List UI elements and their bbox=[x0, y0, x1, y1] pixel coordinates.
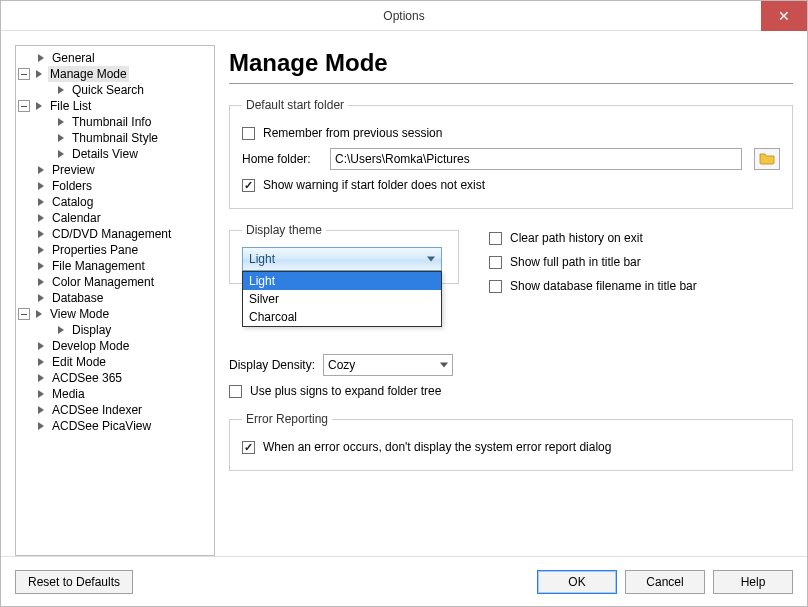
label-display-density: Display Density: bbox=[229, 358, 315, 372]
triangle-icon bbox=[38, 262, 44, 270]
group-error-reporting: Error Reporting When an error occurs, do… bbox=[229, 412, 793, 471]
label-clear-history: Clear path history on exit bbox=[510, 231, 643, 245]
triangle-icon bbox=[58, 326, 64, 334]
triangle-icon bbox=[38, 342, 44, 350]
folder-icon bbox=[759, 151, 775, 168]
tree-item-details-view[interactable]: Details View bbox=[18, 146, 212, 162]
triangle-icon bbox=[38, 246, 44, 254]
label-full-path: Show full path in title bar bbox=[510, 255, 641, 269]
option-silver[interactable]: Silver bbox=[243, 290, 441, 308]
tree-item-color-management[interactable]: Color Management bbox=[18, 274, 212, 290]
triangle-icon bbox=[38, 422, 44, 430]
tree-item-display[interactable]: Display bbox=[18, 322, 212, 338]
tree-item-acdsee-picaview[interactable]: ACDSee PicaView bbox=[18, 418, 212, 434]
options-page: Manage Mode Default start folder Remembe… bbox=[229, 45, 793, 556]
triangle-icon bbox=[38, 214, 44, 222]
collapse-icon[interactable] bbox=[18, 68, 30, 80]
tree-item-file-list[interactable]: File List bbox=[18, 98, 212, 114]
label-db-filename: Show database filename in title bar bbox=[510, 279, 697, 293]
triangle-icon bbox=[38, 390, 44, 398]
window-title: Options bbox=[383, 9, 424, 23]
group-legend: Display theme bbox=[242, 223, 326, 237]
triangle-icon bbox=[36, 310, 42, 318]
tree-item-calendar[interactable]: Calendar bbox=[18, 210, 212, 226]
tree-item-cddvd[interactable]: CD/DVD Management bbox=[18, 226, 212, 242]
checkbox-plus-signs[interactable] bbox=[229, 385, 242, 398]
triangle-icon bbox=[38, 374, 44, 382]
option-light[interactable]: Light bbox=[243, 272, 441, 290]
cancel-button[interactable]: Cancel bbox=[625, 570, 705, 594]
tree-item-acdsee365[interactable]: ACDSee 365 bbox=[18, 370, 212, 386]
help-button[interactable]: Help bbox=[713, 570, 793, 594]
title-bar: Options ✕ bbox=[1, 1, 807, 31]
tree-item-thumbnail-style[interactable]: Thumbnail Style bbox=[18, 130, 212, 146]
triangle-icon bbox=[38, 166, 44, 174]
tree-item-thumbnail-info[interactable]: Thumbnail Info bbox=[18, 114, 212, 130]
button-bar: Reset to Defaults OK Cancel Help bbox=[1, 556, 807, 606]
select-button[interactable]: Light bbox=[242, 247, 442, 271]
tree-item-properties-pane[interactable]: Properties Pane bbox=[18, 242, 212, 258]
close-icon: ✕ bbox=[778, 8, 790, 24]
tree-item-edit-mode[interactable]: Edit Mode bbox=[18, 354, 212, 370]
group-legend: Default start folder bbox=[242, 98, 348, 112]
checkbox-remember-session[interactable] bbox=[242, 127, 255, 140]
label-suppress-error: When an error occurs, don't display the … bbox=[263, 440, 611, 454]
group-legend: Error Reporting bbox=[242, 412, 332, 426]
ok-button[interactable]: OK bbox=[537, 570, 617, 594]
options-tree[interactable]: General Manage Mode Quick Search File Li… bbox=[15, 45, 215, 556]
group-display-theme: Display theme Light Light Silver Charcoa… bbox=[229, 223, 459, 284]
reset-defaults-button[interactable]: Reset to Defaults bbox=[15, 570, 133, 594]
tree-item-media[interactable]: Media bbox=[18, 386, 212, 402]
tree-item-acdsee-indexer[interactable]: ACDSee Indexer bbox=[18, 402, 212, 418]
triangle-icon bbox=[38, 182, 44, 190]
tree-item-view-mode[interactable]: View Mode bbox=[18, 306, 212, 322]
page-title: Manage Mode bbox=[229, 49, 793, 77]
tree-item-file-management[interactable]: File Management bbox=[18, 258, 212, 274]
triangle-icon bbox=[58, 134, 64, 142]
triangle-icon bbox=[38, 406, 44, 414]
triangle-icon bbox=[38, 54, 44, 62]
tree-item-preview[interactable]: Preview bbox=[18, 162, 212, 178]
label-remember-session: Remember from previous session bbox=[263, 126, 442, 140]
input-home-folder[interactable]: C:\Users\Romka\Pictures bbox=[330, 148, 742, 170]
density-section: Display Density: Cozy Use plus signs to … bbox=[229, 354, 793, 398]
collapse-icon[interactable] bbox=[18, 100, 30, 112]
label-home-folder: Home folder: bbox=[242, 152, 322, 166]
select-display-density[interactable]: Cozy bbox=[323, 354, 453, 376]
checkbox-full-path[interactable] bbox=[489, 256, 502, 269]
tree-item-folders[interactable]: Folders bbox=[18, 178, 212, 194]
close-button[interactable]: ✕ bbox=[761, 1, 807, 31]
triangle-icon bbox=[36, 102, 42, 110]
option-charcoal[interactable]: Charcoal bbox=[243, 308, 441, 326]
content-area: General Manage Mode Quick Search File Li… bbox=[1, 31, 807, 556]
checkbox-db-filename[interactable] bbox=[489, 280, 502, 293]
checkbox-show-warning[interactable] bbox=[242, 179, 255, 192]
triangle-icon bbox=[38, 198, 44, 206]
tree-item-develop-mode[interactable]: Develop Mode bbox=[18, 338, 212, 354]
triangle-icon bbox=[58, 150, 64, 158]
triangle-icon bbox=[58, 86, 64, 94]
browse-folder-button[interactable] bbox=[754, 148, 780, 170]
checkbox-suppress-error[interactable] bbox=[242, 441, 255, 454]
select-display-theme[interactable]: Light Light Silver Charcoal bbox=[242, 247, 442, 271]
divider bbox=[229, 83, 793, 84]
group-default-start-folder: Default start folder Remember from previ… bbox=[229, 98, 793, 209]
tree-item-database[interactable]: Database bbox=[18, 290, 212, 306]
checkbox-clear-history[interactable] bbox=[489, 232, 502, 245]
path-options: Clear path history on exit Show full pat… bbox=[489, 223, 793, 297]
tree-item-general[interactable]: General bbox=[18, 50, 212, 66]
triangle-icon bbox=[58, 118, 64, 126]
chevron-down-icon bbox=[427, 257, 435, 262]
triangle-icon bbox=[38, 230, 44, 238]
triangle-icon bbox=[38, 358, 44, 366]
tree-item-quick-search[interactable]: Quick Search bbox=[18, 82, 212, 98]
select-listbox[interactable]: Light Silver Charcoal bbox=[242, 271, 442, 327]
tree-item-manage-mode[interactable]: Manage Mode bbox=[18, 66, 212, 82]
collapse-icon[interactable] bbox=[18, 308, 30, 320]
tree-item-catalog[interactable]: Catalog bbox=[18, 194, 212, 210]
triangle-icon bbox=[38, 294, 44, 302]
triangle-icon bbox=[38, 278, 44, 286]
chevron-down-icon bbox=[440, 363, 448, 368]
label-plus-signs: Use plus signs to expand folder tree bbox=[250, 384, 441, 398]
triangle-icon bbox=[36, 70, 42, 78]
